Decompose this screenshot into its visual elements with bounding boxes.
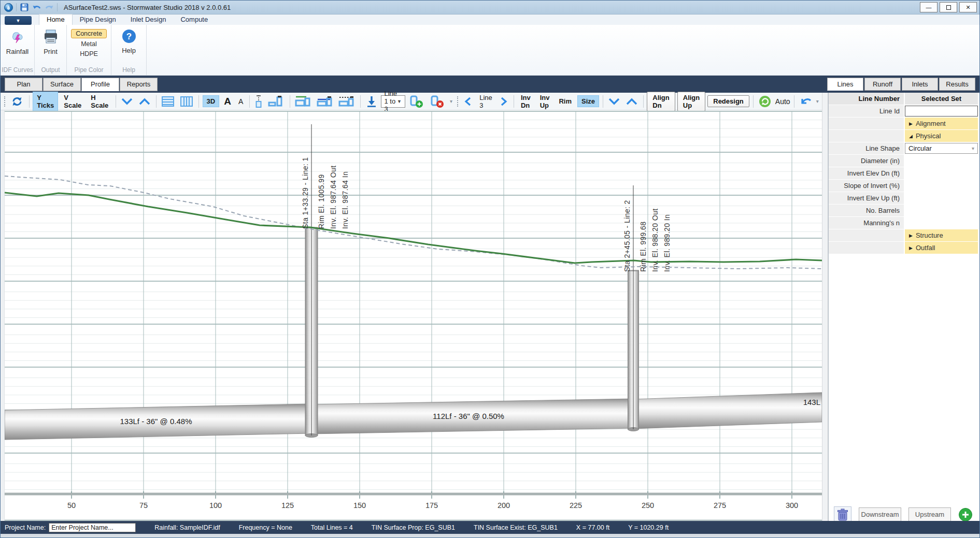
size-toggle[interactable]: Size <box>577 95 599 107</box>
ribbon-tab-home[interactable]: Home <box>39 14 73 25</box>
font-decrease-button[interactable]: A <box>236 97 246 106</box>
tab-inlets[interactable]: Inlets <box>902 78 938 91</box>
x-axis-tick-label: 75 <box>139 501 148 510</box>
line-range-value: Line 1 to 3 <box>385 90 397 113</box>
vertical-grid-icon[interactable] <box>178 95 195 108</box>
structure-invert-in-label: Inv. El. 989.20 In <box>663 214 671 272</box>
help-button[interactable]: ? Help <box>121 28 137 54</box>
pipe-3[interactable] <box>633 392 822 429</box>
tab-plan[interactable]: Plan <box>5 78 42 91</box>
invert-elev-dn-value-cell[interactable] <box>905 167 978 179</box>
rim-marker-icon[interactable] <box>253 94 264 109</box>
row-label-slope-of-invert: Slope of Invert (%) <box>829 180 904 192</box>
tab-reports[interactable]: Reports <box>120 78 158 91</box>
v-scale-button[interactable]: V Scale <box>60 92 85 111</box>
nudge-up-icon[interactable] <box>624 97 640 106</box>
rim-button[interactable]: Rim <box>555 96 575 107</box>
redo-icon[interactable] <box>45 3 54 12</box>
pipe-color-metal[interactable]: Metal <box>77 40 101 48</box>
ribbon-tab-compute[interactable]: Compute <box>173 14 215 25</box>
group-row-physical[interactable]: ◢ Physical <box>905 130 978 142</box>
pipe-align-green-icon[interactable] <box>293 95 313 108</box>
inv-up-button[interactable]: Inv Up <box>536 92 553 111</box>
pipe-align-blue-icon[interactable] <box>315 95 335 108</box>
tab-lines[interactable]: Lines <box>827 78 863 91</box>
downstream-button[interactable]: Downstream <box>859 507 901 521</box>
align-dn-button[interactable]: Align Dn <box>647 92 675 111</box>
y-ticks-toggle[interactable]: Y Ticks <box>33 92 58 111</box>
x-axis-tick-label: 300 <box>786 501 798 510</box>
toolbar-grip[interactable] <box>457 96 458 107</box>
x-axis-tick-label: 100 <box>209 501 222 510</box>
delete-line-button[interactable] <box>834 506 851 522</box>
horizontal-grid-icon[interactable] <box>160 95 176 108</box>
print-button[interactable]: Print <box>42 28 59 55</box>
undo-icon[interactable] <box>32 3 41 12</box>
pipe-align-dotted-icon[interactable] <box>337 95 357 108</box>
app-window: ASurfaceTest2.sws - Stormwater Studio 20… <box>0 0 980 538</box>
3d-toggle[interactable]: 3D <box>203 95 220 107</box>
chevron-down-icon[interactable] <box>119 97 135 106</box>
maximize-button[interactable] <box>940 2 957 12</box>
auto-redesign-icon[interactable] <box>757 94 773 109</box>
no-barrels-value-cell[interactable] <box>905 205 978 216</box>
font-increase-button[interactable]: A <box>221 96 234 107</box>
inv-dn-button[interactable]: Inv Dn <box>517 92 534 111</box>
diameter-value-cell[interactable] <box>905 155 978 167</box>
drop-invert-icon[interactable] <box>364 95 379 108</box>
nudge-down-icon[interactable] <box>606 97 622 106</box>
mannings-n-value-cell[interactable] <box>905 217 978 229</box>
ribbon-tab-row: ▼ Home Pipe Design Inlet Design Compute <box>1 14 979 25</box>
align-up-button[interactable]: Align Up <box>677 92 706 111</box>
profile-chart[interactable]: 5075100125150175200225250275300Sta 1+33.… <box>5 111 822 521</box>
undo-change-icon[interactable] <box>798 95 814 108</box>
structure-invert-in-label: Inv. El. 987.64 In <box>341 171 349 229</box>
project-name-input[interactable] <box>49 523 136 532</box>
next-line-icon[interactable] <box>498 96 510 107</box>
group-row-alignment[interactable]: ▶ Alignment <box>905 118 978 129</box>
save-icon[interactable] <box>20 3 29 12</box>
line-shape-select[interactable]: Circular ▾ <box>905 143 978 154</box>
line-range-combobox[interactable]: Line 1 to 3 ▼ <box>381 95 406 108</box>
structure-rim-label: Rim El. 1005.99 <box>317 174 325 229</box>
chevron-up-icon[interactable] <box>137 97 152 106</box>
toolbar-overflow-icon[interactable]: ▾ <box>450 98 452 104</box>
group-row-outfall[interactable]: ▶ Outfall <box>905 242 978 254</box>
tab-results[interactable]: Results <box>939 78 975 91</box>
add-structure-icon[interactable] <box>407 94 426 109</box>
group-row-structure[interactable]: ▶ Structure <box>905 229 978 241</box>
pipe-color-hdpe[interactable]: HDPE <box>76 50 102 58</box>
grid-header-line-number: Line Number <box>829 93 904 105</box>
panel-splitter[interactable] <box>822 93 828 522</box>
minimize-button[interactable]: — <box>920 2 938 12</box>
toolbar-grip[interactable] <box>4 96 5 107</box>
slope-of-invert-value-cell[interactable] <box>905 180 978 192</box>
group-physical-label: Physical <box>916 132 941 140</box>
tab-surface[interactable]: Surface <box>43 78 81 91</box>
h-scale-button[interactable]: H Scale <box>87 92 112 111</box>
ribbon-tab-inlet-design[interactable]: Inlet Design <box>123 14 174 25</box>
redesign-button[interactable]: Redesign <box>707 95 749 107</box>
x-axis-tick-label: 250 <box>642 501 654 510</box>
upstream-button[interactable]: Upstream <box>908 507 951 521</box>
toolbar-overflow-icon[interactable]: ▾ <box>816 98 819 104</box>
app-menu-button[interactable]: ▼ <box>5 16 32 25</box>
add-line-button[interactable] <box>958 507 973 522</box>
delete-structure-icon[interactable] <box>428 94 447 109</box>
tab-runoff[interactable]: Runoff <box>864 78 901 91</box>
structure-station-label: Sta 2+45.05 - Line: 2 <box>623 200 631 272</box>
ribbon: Rainfall IDF Curves Print Output Concret… <box>1 25 979 76</box>
rainfall-button[interactable]: Rainfall <box>6 28 29 55</box>
pipe-invert-dn-icon[interactable] <box>266 95 286 108</box>
profile-canvas[interactable]: 5075100125150175200225250275300Sta 1+33.… <box>5 111 822 521</box>
tab-profile[interactable]: Profile <box>81 78 119 91</box>
invert-elev-up-value-cell[interactable] <box>905 192 978 204</box>
pipe-color-concrete[interactable]: Concrete <box>71 29 107 38</box>
close-button[interactable]: ✕ <box>959 2 977 12</box>
x-axis-tick-label: 125 <box>281 501 294 510</box>
group-structure-label: Structure <box>916 231 943 239</box>
refresh-icon[interactable] <box>9 95 25 108</box>
line-id-input[interactable] <box>905 106 978 117</box>
ribbon-tab-pipe-design[interactable]: Pipe Design <box>73 14 123 25</box>
prev-line-icon[interactable] <box>462 96 474 107</box>
